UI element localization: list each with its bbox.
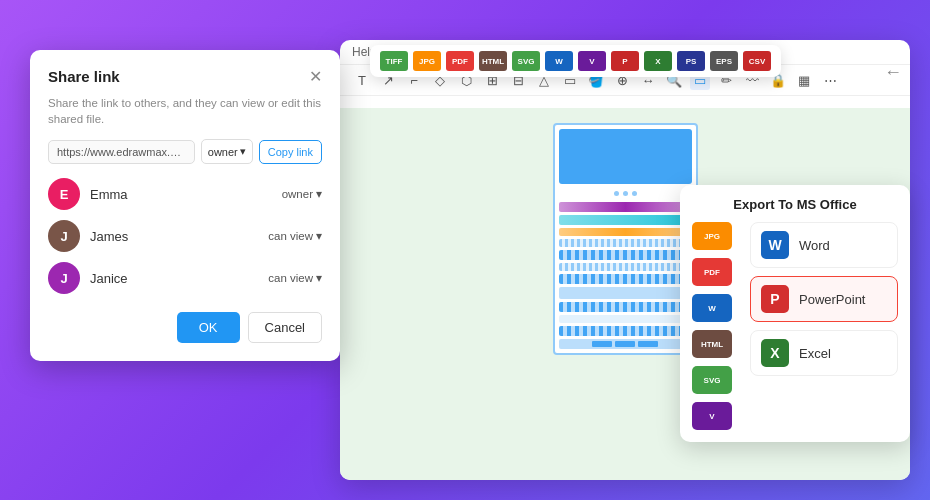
export-title: Export To MS Office <box>692 197 898 212</box>
word-icon: W <box>761 231 789 259</box>
avatar-janice: J <box>48 262 80 294</box>
rack-row-orange <box>559 228 692 236</box>
rack-row-pattern1 <box>559 239 692 247</box>
fmt-ppt[interactable]: P <box>611 51 639 71</box>
dialog-actions: OK Cancel <box>48 312 322 343</box>
link-row: https://www.edrawmax.com/online/fil owne… <box>48 139 322 164</box>
powerpoint-label: PowerPoint <box>799 292 865 307</box>
toolbar-more[interactable]: ⋯ <box>820 70 840 90</box>
side-icon-pdf[interactable]: PDF <box>692 258 732 286</box>
dialog-description: Share the link to others, and they can v… <box>48 95 322 127</box>
avatar-james: J <box>48 220 80 252</box>
side-icon-svg[interactable]: SVG <box>692 366 732 394</box>
rack-row-plain2 <box>559 315 692 323</box>
rack-diagram <box>553 123 698 355</box>
fmt-svg[interactable]: SVG <box>512 51 540 71</box>
rack-row-blue4 <box>559 326 692 336</box>
fmt-ps[interactable]: PS <box>677 51 705 71</box>
toolbar-table[interactable]: ▦ <box>794 70 814 90</box>
rack-sub-block1 <box>592 341 612 347</box>
dialog-header: Share link ✕ <box>48 68 322 85</box>
ok-button[interactable]: OK <box>177 312 240 343</box>
export-panel: Export To MS Office JPG PDF W HTML SVG V… <box>680 185 910 442</box>
ppt-icon: P <box>761 285 789 313</box>
export-excel[interactable]: X Excel <box>750 330 898 376</box>
fmt-jpg[interactable]: JPG <box>413 51 441 71</box>
fmt-pdf[interactable]: PDF <box>446 51 474 71</box>
rack-row-plain1 <box>559 287 692 299</box>
toolbar-text[interactable]: T <box>352 70 372 90</box>
rack-row-pattern2 <box>559 263 692 271</box>
rack-dot <box>614 191 619 196</box>
export-powerpoint[interactable]: P PowerPoint <box>750 276 898 322</box>
export-grid: JPG PDF W HTML SVG V W Word P PowerPoint… <box>692 222 898 430</box>
link-input[interactable]: https://www.edrawmax.com/online/fil <box>48 140 195 164</box>
fmt-tiff[interactable]: TIFF <box>380 51 408 71</box>
rack-dot <box>632 191 637 196</box>
user-row-emma: E Emma owner ▾ <box>48 178 322 210</box>
user-list: E Emma owner ▾ J James can view ▾ J Jani… <box>48 178 322 294</box>
excel-icon: X <box>761 339 789 367</box>
fmt-excel[interactable]: X <box>644 51 672 71</box>
rack-row-blue1 <box>559 250 692 260</box>
rack-sub-block3 <box>638 341 658 347</box>
export-word[interactable]: W Word <box>750 222 898 268</box>
user-row-james: J James can view ▾ <box>48 220 322 252</box>
rack-dot <box>623 191 628 196</box>
format-toolbar: TIFF JPG PDF HTML SVG W V P X PS EPS CSV <box>370 45 781 77</box>
rack-row-purple <box>559 202 692 212</box>
rack-row-blue3 <box>559 302 692 312</box>
fmt-eps[interactable]: EPS <box>710 51 738 71</box>
copy-link-button[interactable]: Copy link <box>259 140 322 164</box>
fmt-visio[interactable]: V <box>578 51 606 71</box>
user-name-janice: Janice <box>90 271 258 286</box>
user-role-emma[interactable]: owner ▾ <box>282 187 322 201</box>
rack-row-blue2 <box>559 274 692 284</box>
user-name-emma: Emma <box>90 187 272 202</box>
share-dialog: Share link ✕ Share the link to others, a… <box>30 50 340 361</box>
rack-dots <box>559 191 692 196</box>
user-role-james[interactable]: can view ▾ <box>268 229 322 243</box>
user-row-janice: J Janice can view ▾ <box>48 262 322 294</box>
avatar-emma: E <box>48 178 80 210</box>
rack-row-teal <box>559 215 692 225</box>
export-side-icons: JPG PDF W HTML SVG V <box>692 222 742 430</box>
excel-label: Excel <box>799 346 831 361</box>
dialog-title: Share link <box>48 68 120 85</box>
rack-sub-block2 <box>615 341 635 347</box>
word-label: Word <box>799 238 830 253</box>
side-icon-jpg[interactable]: JPG <box>692 222 732 250</box>
fmt-csv[interactable]: CSV <box>743 51 771 71</box>
role-dropdown[interactable]: owner ▾ <box>201 139 253 164</box>
user-role-janice[interactable]: can view ▾ <box>268 271 322 285</box>
side-icon-word[interactable]: W <box>692 294 732 322</box>
fmt-word[interactable]: W <box>545 51 573 71</box>
side-icon-html[interactable]: HTML <box>692 330 732 358</box>
export-options: W Word P PowerPoint X Excel <box>750 222 898 430</box>
cancel-button[interactable]: Cancel <box>248 312 322 343</box>
rack-screen <box>559 129 692 184</box>
format-bar-arrow: ← <box>884 62 902 83</box>
side-icon-visio[interactable]: V <box>692 402 732 430</box>
user-name-james: James <box>90 229 258 244</box>
close-button[interactable]: ✕ <box>309 69 322 85</box>
fmt-html[interactable]: HTML <box>479 51 507 71</box>
